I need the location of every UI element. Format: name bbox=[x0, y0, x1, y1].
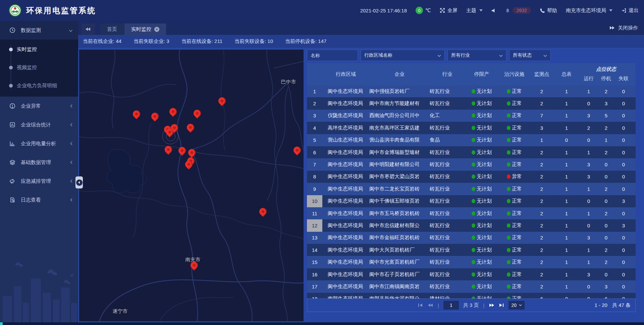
company-cell: 阆中千佛镇五郎垭页岩 bbox=[369, 195, 430, 207]
sidebar-item[interactable]: 基础数据管理 bbox=[0, 153, 78, 172]
sidebar-group: 应急减排管理 bbox=[0, 172, 78, 191]
sidebar-group: 企业综合统计 bbox=[0, 115, 78, 134]
name-filter-field[interactable] bbox=[307, 50, 358, 61]
sidebar-item[interactable]: 应急减排管理 bbox=[0, 172, 78, 191]
table-row[interactable]: 4 高坪生态环境局 南充市高坪区王家店建 砖瓦行业 无计划 正常 3 1 2 2… bbox=[307, 122, 636, 134]
mute-button[interactable] bbox=[491, 8, 496, 13]
chevron-down-icon bbox=[519, 304, 522, 306]
industry-filter-select[interactable]: 所有行业 bbox=[447, 50, 506, 61]
limit-status-cell: 无计划 bbox=[465, 293, 498, 299]
theme-dropdown[interactable]: 主题 bbox=[466, 7, 483, 14]
row-index-cell: 6 bbox=[307, 146, 322, 158]
table-row[interactable]: 11 阆中生态环境局 阆中市五马桥页岩机砖 砖瓦行业 无计划 正常 2 1 1 … bbox=[307, 207, 636, 219]
sidebar-subitem[interactable]: 视频监控 bbox=[0, 58, 78, 76]
offline-count-cell: 3 bbox=[615, 219, 632, 231]
running-count-cell: 1 bbox=[580, 207, 597, 219]
table-row[interactable]: 6 阆中生态环境局 阆中市金博瑞新型墙材 砖瓦行业 无计划 正常 2 1 1 2… bbox=[307, 146, 636, 158]
app-logo-icon bbox=[9, 4, 21, 17]
chevron-left-icon bbox=[70, 197, 73, 203]
total-meter-cell: 1 bbox=[553, 207, 580, 219]
sidebar-collapse-handle[interactable] bbox=[75, 176, 83, 188]
first-page-button[interactable] bbox=[418, 303, 423, 307]
top-bar: 环保用电监管系统 2021-02-25 17:46:18 0 ℃ 全屏 主题 bbox=[0, 0, 644, 21]
region-cell: 阆中生态环境局 bbox=[322, 280, 369, 292]
region-cell: 阆中生态环境局 bbox=[322, 207, 369, 219]
status-dot-icon bbox=[472, 113, 475, 118]
fullscreen-button[interactable]: 全屏 bbox=[440, 7, 458, 14]
datetime-label: 2021-02-25 17:46:18 bbox=[360, 8, 407, 13]
close-tab-icon[interactable]: ✕ bbox=[154, 27, 159, 32]
company-cell: 阆中市金福旺页岩机砖 bbox=[369, 232, 430, 244]
sidebar-item-label: 企业用电量分析 bbox=[21, 141, 70, 147]
stopped-count-cell: 2 bbox=[597, 85, 615, 97]
table-row[interactable]: 1 阆中生态环境局 阆中强锐页岩砖厂 砖瓦行业 无计划 正常 2 1 1 2 0 bbox=[307, 85, 636, 97]
table-row[interactable]: 2 阆中生态环境局 阆中市南方节能建材有 砖瓦行业 无计划 正常 2 1 0 3… bbox=[307, 97, 636, 109]
sidebar-item[interactable]: 企业用电量分析 bbox=[0, 134, 78, 153]
tab-home[interactable]: 首页 bbox=[100, 23, 124, 35]
logout-button[interactable]: 退出 bbox=[621, 7, 639, 14]
region-filter-select[interactable]: 行政区域名称 bbox=[361, 50, 445, 61]
table-row[interactable]: 14 阆中生态环境局 阆中大兴页岩机砖厂 砖瓦行业 无计划 正常 2 1 1 2… bbox=[307, 244, 636, 256]
table-row[interactable]: 7 阆中生态环境局 阆中明阳建材有限公司 砖瓦行业 无计划 正常 2 1 3 0… bbox=[307, 158, 636, 170]
industry-cell: 砖瓦行业 bbox=[430, 244, 465, 256]
table-row[interactable]: 3 仪陇生态环境局 西南油气田分公司川中 化工 无计划 正常 7 1 3 5 0 bbox=[307, 110, 636, 122]
bar-chart-icon bbox=[9, 141, 16, 147]
total-meter-cell: 1 bbox=[553, 232, 580, 244]
running-count-cell: 0 bbox=[580, 134, 597, 146]
monitor-points-cell: 2 bbox=[530, 158, 553, 170]
tabs-scroll-left-button[interactable] bbox=[82, 23, 95, 35]
table-row[interactable]: 10 阆中生态环境局 阆中千佛镇五郎垭页岩 砖瓦行业 无计划 正常 2 1 0 … bbox=[307, 195, 636, 207]
monitor-points-cell: 2 bbox=[530, 183, 553, 195]
offline-count-cell: 0 bbox=[615, 256, 632, 268]
close-operations-button[interactable]: 关闭操作 bbox=[609, 21, 638, 35]
running-count-cell: 1 bbox=[580, 85, 597, 97]
status-dot-icon bbox=[472, 284, 475, 289]
row-index-cell: 14 bbox=[307, 244, 322, 256]
status-filter-select[interactable]: 所有状态 bbox=[509, 50, 551, 61]
stopped-count-cell: 0 bbox=[597, 232, 615, 244]
chevron-left-icon bbox=[70, 160, 73, 165]
table-row[interactable]: 13 阆中生态环境局 阆中市金福旺页岩机砖 砖瓦行业 无计划 正常 2 1 3 … bbox=[307, 232, 636, 244]
stopped-count-cell: 2 bbox=[597, 146, 615, 158]
row-index-cell: 16 bbox=[307, 268, 322, 280]
status-dot-icon bbox=[472, 211, 475, 216]
limit-status-cell: 无计划 bbox=[465, 85, 498, 97]
region-cell: 仪陇生态环境局 bbox=[322, 110, 369, 122]
table-row[interactable]: 8 阆中生态环境局 阆中市枣碧大梁山页岩 砖瓦行业 无计划 异常 2 1 3 0… bbox=[307, 171, 636, 183]
table-row[interactable]: 15 阆中生态环境局 阆中市光富页岩机砖厂 砖瓦行业 无计划 正常 2 1 1 … bbox=[307, 256, 636, 268]
sidebar-item[interactable]: 企业异常 bbox=[0, 97, 78, 115]
table-row[interactable]: 18 南部生态环境局 南部县新华水泥有限公 建材行业 无计划 正常 6 0 0 … bbox=[307, 293, 636, 299]
notifications-button[interactable]: 2632 bbox=[505, 7, 531, 14]
table-row[interactable]: 9 阆中生态环境局 阆中市二龙长宝页岩砖 砖瓦行业 无计划 正常 2 1 1 2… bbox=[307, 183, 636, 195]
user-org-dropdown[interactable]: 南充市生态环境局 bbox=[566, 7, 612, 14]
running-count-cell: 3 bbox=[580, 171, 597, 183]
sidebar-subitem[interactable]: 实时监控 bbox=[0, 40, 78, 58]
tab-realtime-monitor[interactable]: 实时监控 ✕ bbox=[124, 23, 166, 35]
column-header: 企业 bbox=[369, 63, 430, 85]
next-page-button[interactable] bbox=[489, 303, 494, 307]
map-panel[interactable]: 巴中市南充市遂宁市 bbox=[79, 50, 304, 321]
table-row[interactable]: 5 营山生态环境局 营山县润丰肉食品有限 食品 无计划 正常 1 0 0 1 0 bbox=[307, 134, 636, 146]
stopped-count-cell: 0 bbox=[597, 171, 615, 183]
total-meter-cell: 1 bbox=[553, 244, 580, 256]
stat-item: 当前失联企业: 3 bbox=[133, 38, 169, 45]
region-cell: 阆中生态环境局 bbox=[322, 158, 369, 170]
sidebar-item[interactable]: 企业综合统计 bbox=[0, 115, 78, 134]
page-number-input[interactable]: 1 bbox=[443, 301, 459, 310]
offline-count-cell: 0 bbox=[615, 293, 632, 299]
chevron-down-icon bbox=[543, 53, 547, 58]
region-cell: 南部生态环境局 bbox=[322, 293, 369, 299]
table-row[interactable]: 17 阆中生态环境局 阆中市江南镇阆南页岩 砖瓦行业 无计划 正常 2 1 0 … bbox=[307, 280, 636, 292]
page-size-select[interactable]: 20 bbox=[508, 301, 525, 310]
table-row[interactable]: 16 阆中生态环境局 阆中市石子页岩机砖厂 砖瓦行业 无计划 正常 2 1 3 … bbox=[307, 268, 636, 280]
facility-status-cell: 正常 bbox=[498, 219, 530, 231]
previous-page-button[interactable] bbox=[428, 303, 433, 307]
sidebar-subitem[interactable]: 企业电力负荷明细 bbox=[0, 76, 78, 95]
sidebar-item[interactable]: 日志查看 bbox=[0, 191, 78, 209]
last-page-button[interactable] bbox=[499, 303, 504, 307]
name-filter-input[interactable] bbox=[311, 53, 354, 58]
table-row[interactable]: 12 阆中生态环境局 阆中市忠信建材有限公 砖瓦行业 无计划 正常 2 1 0 … bbox=[307, 219, 636, 231]
sidebar-item[interactable]: 数据监测 bbox=[0, 21, 78, 40]
chevron-down-icon bbox=[479, 9, 483, 11]
help-button[interactable]: 帮助 bbox=[540, 7, 557, 14]
